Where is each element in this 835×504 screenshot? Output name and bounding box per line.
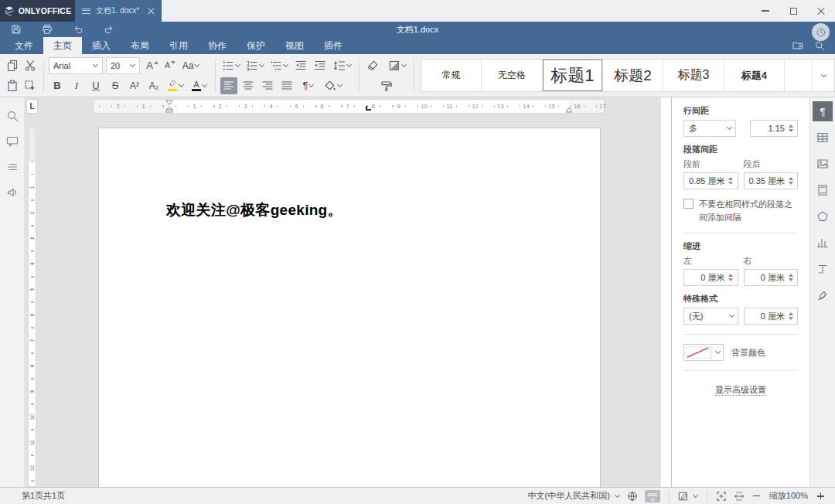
spacing-before-spinner[interactable]: 0.85 厘米 [683,172,738,189]
line-spacing-spinner[interactable]: 1.15 [750,120,798,137]
swatch-dropdown[interactable] [711,345,723,360]
fit-width-icon[interactable] [734,491,745,502]
maximize-button[interactable] [779,0,807,22]
line-spacing-dropdown[interactable]: 多 [683,120,736,137]
indent-left-spinner[interactable]: 0 厘米 [683,269,738,286]
copy-button[interactable] [4,57,21,74]
line-spacing-button[interactable] [331,57,354,74]
language-selector[interactable]: 中文(中华人民共和国) [528,490,620,502]
subscript-button[interactable]: A₂ [145,77,162,94]
spinner-arrows[interactable] [728,177,734,185]
style-normal[interactable]: 常规 [421,60,482,91]
bold-button[interactable]: B [49,77,66,94]
document-tab[interactable]: 文档1. docx* [75,0,162,22]
font-name-combo[interactable]: Arial [49,57,103,74]
menu-file[interactable]: 文件 [5,37,43,54]
font-size-combo[interactable]: 20 [106,57,140,74]
style-heading1[interactable]: 标题1 [543,60,603,91]
align-right-button[interactable] [259,77,276,94]
fit-page-icon[interactable] [716,491,727,502]
spinner-arrows[interactable] [728,274,734,281]
decrease-font-size-button[interactable]: A [162,57,179,74]
image-settings-tab[interactable] [813,154,833,174]
indent-right-spinner[interactable]: 0 厘米 [744,269,799,286]
align-left-button[interactable] [220,77,237,94]
clear-style-button[interactable] [364,57,381,74]
open-file-location-icon[interactable] [792,40,803,51]
zoom-out-button[interactable] [752,490,762,502]
menu-layout[interactable]: 布局 [121,37,159,54]
minimize-button[interactable] [752,0,779,22]
multilevel-list-button[interactable] [268,57,290,74]
style-no-spacing[interactable]: 无空格 [482,60,542,91]
menu-home[interactable]: 主页 [43,37,82,54]
feedback-icon[interactable] [6,186,19,199]
spacing-after-spinner[interactable]: 0.35 厘米 [744,172,799,189]
underline-button[interactable]: U [87,77,104,94]
save-button[interactable] [8,21,25,38]
spinner-arrows[interactable] [787,124,794,132]
search-icon[interactable] [814,40,825,51]
header-footer-settings-tab[interactable] [813,180,833,200]
background-color-picker[interactable] [683,344,724,361]
style-heading2[interactable]: 标题2 [603,60,663,91]
menu-plugins[interactable]: 插件 [314,37,353,54]
user-avatar[interactable] [812,23,830,41]
comments-icon[interactable] [6,135,19,148]
tab-stop-marker[interactable] [366,106,371,111]
align-center-button[interactable] [240,77,257,94]
change-case-button[interactable]: Aa [179,57,203,74]
set-language-globe-icon[interactable] [627,491,638,502]
menu-collaboration[interactable]: 协作 [198,37,237,54]
spinner-arrows[interactable] [787,177,794,185]
horizontal-ruler[interactable]: 21 1234567891011121314151617 [93,99,605,114]
paragraph-text[interactable]: 欢迎关注@极客geeking。 [166,200,343,220]
superscript-button[interactable]: A² [126,77,143,94]
vertical-ruler[interactable]: 123456789101112 [28,128,36,487]
indent-marker[interactable] [165,100,173,113]
table-settings-tab[interactable] [813,128,833,148]
menu-view[interactable]: 视图 [275,37,314,54]
show-advanced-settings-link[interactable]: 显示高级设置 [683,384,798,396]
decrease-indent-button[interactable] [292,57,309,74]
paragraph-shading-button[interactable] [322,77,345,94]
styles-gallery-expand[interactable] [813,60,834,91]
bullets-button[interactable] [220,57,242,74]
chart-settings-tab[interactable] [813,233,833,253]
checkbox[interactable] [683,199,694,209]
increase-indent-button[interactable] [312,57,329,74]
close-button[interactable] [807,0,835,22]
paste-button[interactable] [4,77,21,94]
special-indent-dropdown[interactable]: (无) [683,308,738,325]
tab-close-icon[interactable] [148,8,155,15]
undo-button[interactable] [70,21,87,38]
menu-insert[interactable]: 插入 [82,37,121,54]
text-art-settings-tab[interactable] [813,259,833,279]
numbering-button[interactable] [244,57,266,74]
document-page[interactable]: 欢迎关注@极客geeking。 [98,128,601,487]
zoom-level-label[interactable]: 缩放100% [769,490,808,502]
spell-check-toggle[interactable]: ABC [645,490,660,502]
style-heading3[interactable]: 标题3 [663,60,724,91]
signature-settings-tab[interactable] [813,285,833,305]
document-canvas[interactable]: L 21 1234567891011121314151617 123456789… [25,97,661,487]
font-color-button[interactable]: A [189,77,210,94]
redo-button[interactable] [101,21,118,38]
menu-references[interactable]: 引用 [159,37,198,54]
justify-button[interactable] [278,77,295,94]
copy-style-button[interactable] [378,77,395,94]
style-heading4[interactable]: 标题4 [724,60,785,91]
right-indent-marker[interactable] [565,107,573,113]
zoom-in-button[interactable] [815,490,826,502]
spinner-arrows[interactable] [787,312,794,320]
tab-stop-selector[interactable]: L [26,99,38,114]
no-space-between-same-style-checkbox[interactable]: 不要在相同样式的段落之间添加间隔 [683,198,798,223]
highlight-color-button[interactable] [165,77,186,94]
special-indent-spinner[interactable]: 0 厘米 [744,308,799,325]
track-changes-button[interactable] [678,491,698,502]
print-button[interactable] [39,21,56,38]
italic-button[interactable]: I [68,77,85,94]
increase-font-size-button[interactable]: A [144,57,161,74]
cut-button[interactable] [22,57,39,74]
spinner-arrows[interactable] [787,274,794,281]
